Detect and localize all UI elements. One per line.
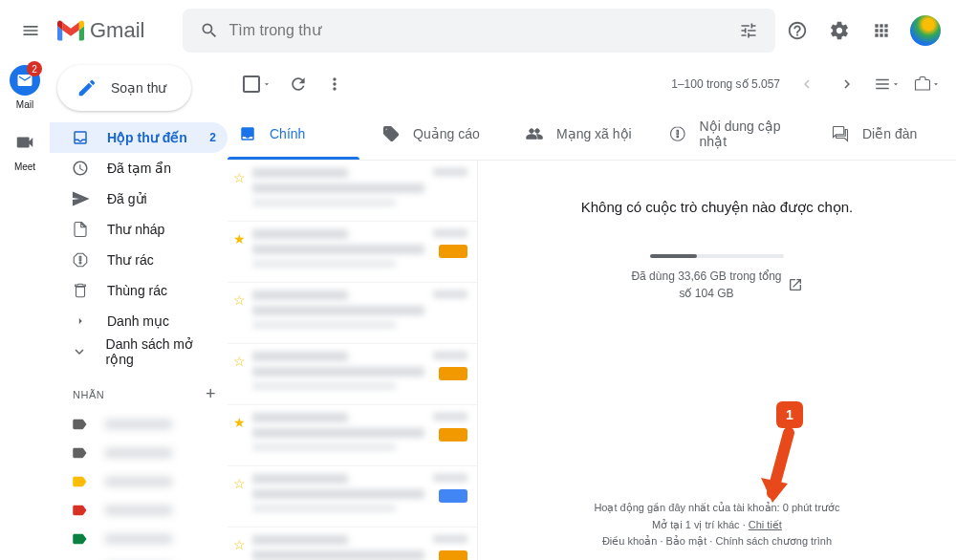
annotation-arrow (755, 428, 803, 514)
draft-icon (71, 221, 90, 238)
clock-icon (71, 160, 90, 177)
rail-meet-label: Meet (14, 162, 35, 172)
thread-item[interactable]: ★ (228, 405, 477, 466)
nav-snoozed[interactable]: Đã tạm ẩn (50, 153, 228, 183)
pagination-text: 1–100 trong số 5.057 (671, 77, 780, 91)
send-icon (71, 190, 90, 207)
gmail-logo-text: Gmail (90, 18, 144, 43)
nav-categories-label: Danh mục (107, 313, 169, 329)
split-pane: ☆★☆☆★☆☆★ Không có cuộc trò chuyện nào đư… (228, 161, 956, 560)
label-item[interactable] (50, 525, 228, 553)
next-page-button[interactable] (834, 71, 860, 97)
settings-button[interactable] (820, 11, 858, 50)
tab-social[interactable]: Mạng xã hội (514, 107, 658, 160)
trash-icon (71, 282, 90, 299)
thread-badge (439, 428, 467, 442)
footer: Hoạt động gần đây nhất của tài khoản: 0 … (478, 500, 956, 550)
open-in-new-icon[interactable] (788, 277, 803, 292)
select-dropdown-icon[interactable] (262, 78, 272, 90)
footer-policies[interactable]: Chính sách chương trình (715, 535, 832, 547)
app-rail: 2 Mail Meet (0, 61, 50, 560)
thread-badge (439, 489, 467, 503)
select-all-checkbox[interactable] (243, 75, 260, 93)
more-actions-button[interactable] (325, 75, 344, 94)
rail-meet[interactable]: Meet (10, 127, 40, 172)
footer-activity: Hoạt động gần đây nhất của tài khoản: 0 … (478, 500, 956, 517)
toolbar: 1–100 trong số 5.057 (228, 61, 956, 107)
account-avatar[interactable] (910, 15, 941, 46)
spam-icon (71, 251, 90, 269)
refresh-button[interactable] (289, 75, 308, 94)
label-icon (71, 444, 88, 462)
star-icon[interactable]: ☆ (233, 170, 246, 185)
footer-details-link[interactable]: Chi tiết (749, 519, 782, 530)
tab-primary-label: Chính (270, 126, 305, 141)
gmail-logo[interactable]: Gmail (57, 18, 144, 43)
storage-text: Đã dùng 33,66 GB trong tổng số 104 GB (631, 268, 802, 302)
tab-promotions-label: Quảng cáo (413, 126, 480, 141)
footer-open-at: Mở tại 1 vị trí khác (652, 519, 740, 530)
tab-forums[interactable]: Diễn đàn (820, 107, 956, 160)
thread-item[interactable]: ☆ (228, 466, 477, 528)
label-icon (71, 502, 88, 519)
star-icon[interactable]: ☆ (233, 292, 246, 308)
star-icon[interactable]: ★ (233, 415, 246, 430)
split-pane-button[interactable] (874, 71, 901, 97)
star-icon[interactable]: ☆ (233, 354, 246, 369)
thread-item[interactable]: ☆ (228, 161, 477, 222)
primary-icon (239, 125, 256, 142)
star-icon[interactable]: ☆ (233, 476, 246, 491)
search-icon[interactable] (190, 11, 228, 50)
label-item[interactable] (50, 553, 228, 560)
star-icon[interactable]: ★ (233, 231, 246, 247)
main-panel: 1–100 trong số 5.057 Chính Quảng cáo Mạn… (228, 61, 956, 560)
add-label-button[interactable]: + (206, 384, 216, 404)
nav-inbox-count: 2 (209, 131, 216, 144)
meet-icon (10, 127, 40, 158)
footer-terms[interactable]: Điều khoản (602, 535, 657, 547)
label-item[interactable] (50, 496, 228, 525)
label-item[interactable] (50, 467, 228, 496)
nav-sent[interactable]: Đã gửi (50, 183, 228, 214)
nav-trash[interactable]: Thùng rác (50, 275, 228, 306)
star-icon[interactable]: ☆ (233, 537, 246, 552)
forums-icon (832, 125, 849, 142)
search-input[interactable] (228, 22, 729, 39)
search-options-button[interactable] (729, 11, 768, 50)
search-bar[interactable] (183, 9, 775, 53)
nav-more[interactable]: Danh sách mở rộng (50, 336, 228, 367)
nav-drafts[interactable]: Thư nháp (50, 214, 228, 245)
thread-list[interactable]: ☆★☆☆★☆☆★ (228, 161, 478, 560)
empty-state-text: Không có cuộc trò chuyện nào được chọn. (581, 199, 853, 216)
input-tools-button[interactable] (914, 71, 941, 97)
nav-inbox-label: Hộp thư đến (107, 130, 187, 145)
nav-inbox[interactable]: Hộp thư đến 2 (50, 122, 228, 153)
label-text (105, 477, 172, 486)
thread-item[interactable]: ★ (228, 222, 477, 283)
tab-social-label: Mạng xã hội (556, 126, 632, 141)
pencil-icon (76, 77, 98, 98)
footer-privacy[interactable]: Bảo mật (666, 535, 707, 547)
thread-item[interactable]: ☆ (228, 528, 477, 560)
nav-drafts-label: Thư nháp (107, 222, 164, 237)
thread-item[interactable]: ☆ (228, 344, 477, 405)
compose-button[interactable]: Soạn thư (57, 65, 191, 111)
prev-page-button[interactable] (793, 71, 820, 97)
support-button[interactable] (778, 11, 816, 50)
main-menu-button[interactable] (8, 8, 54, 54)
updates-icon (669, 125, 686, 142)
label-item[interactable] (50, 410, 228, 439)
tab-primary[interactable]: Chính (228, 107, 371, 160)
storage-bar (650, 254, 784, 258)
rail-mail[interactable]: 2 Mail (10, 65, 40, 110)
apps-button[interactable] (862, 11, 901, 50)
nav-categories[interactable]: Danh mục (50, 306, 228, 336)
category-tabs: Chính Quảng cáo Mạng xã hội Nội dung cập… (228, 107, 956, 161)
tab-promotions[interactable]: Quảng cáo (371, 107, 514, 160)
nav-spam[interactable]: Thư rác (50, 245, 228, 275)
thread-item[interactable]: ☆ (228, 283, 477, 344)
caret-right-icon (71, 314, 90, 328)
label-icon (71, 530, 88, 548)
label-item[interactable] (50, 439, 228, 467)
tab-updates[interactable]: Nội dung cập nhật (658, 107, 820, 160)
